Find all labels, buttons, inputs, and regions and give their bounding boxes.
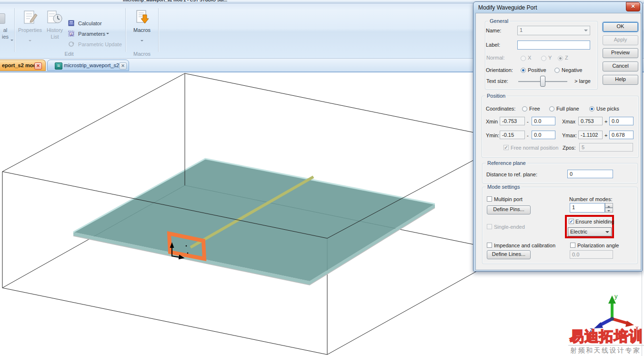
watermark-divider [568, 345, 644, 346]
label-label: Label: [486, 42, 500, 48]
orientation-positive-label: Positive [528, 67, 546, 73]
history-list-button[interactable]: History List [44, 9, 65, 52]
chevron-down-icon [605, 231, 609, 235]
text-size-label: Text size: [486, 78, 508, 84]
ymax-delta-field[interactable]: 0.678 [609, 131, 634, 139]
ribbon-separator [14, 8, 15, 52]
xmin-delta-field[interactable]: 0.0 [532, 117, 555, 125]
shielding-type-combobox[interactable]: Electric [568, 227, 612, 236]
apply-button[interactable]: Apply [603, 35, 638, 45]
define-lines-button[interactable]: Define Lines... [487, 250, 531, 259]
single-ended-checkbox[interactable] [487, 224, 492, 229]
modes-spinner-up[interactable] [605, 203, 613, 208]
cancel-button[interactable]: Cancel [603, 61, 638, 71]
free-normal-position-label: Free normal position [511, 145, 558, 151]
document-waves-icon: ≈ [55, 62, 62, 70]
x-axis-arrow-icon [625, 321, 634, 327]
application-window: microstrip_waveport_s2 mod 2 - CST STUDI… [0, 0, 644, 356]
normal-y-radio[interactable] [541, 56, 546, 61]
polarization-angle-field[interactable]: 0.0 [570, 250, 613, 259]
ymin-field[interactable]: -0.15 [500, 131, 525, 139]
text-size-slider-thumb[interactable] [540, 76, 545, 87]
macros-button[interactable]: Macros [130, 9, 154, 52]
coordinates-free-radio[interactable] [522, 106, 527, 112]
macros-caret-icon [141, 37, 143, 45]
single-ended-label: Single-ended [494, 224, 525, 230]
watermark-logo-text: 易迪拓培训 [570, 327, 644, 346]
history-list-icon [47, 10, 63, 24]
y-axis-label: y [614, 293, 618, 300]
truncated-button-label-1[interactable]: al [0, 27, 10, 33]
coordinates-usepicks-radio[interactable] [589, 106, 594, 112]
reference-plane-legend: Reference plane [486, 160, 527, 166]
minus-sign: - [527, 119, 529, 124]
help-button[interactable]: Help [603, 75, 638, 85]
polarization-angle-checkbox[interactable] [570, 243, 575, 248]
truncated-button-icon[interactable] [0, 13, 5, 24]
parametric-update-button[interactable]: Parametric Update [68, 41, 122, 47]
coordinates-fullplane-radio[interactable] [549, 106, 554, 112]
ok-button[interactable]: OK [603, 22, 638, 32]
plus-sign: + [604, 132, 607, 138]
xmax-delta-field[interactable]: 0.0 [609, 117, 634, 125]
multipin-port-checkbox[interactable] [487, 196, 492, 202]
substrate-plane [73, 159, 435, 285]
parameters-icon: a [68, 31, 74, 37]
watermark-subtitle: 射频和天线设计专家 [570, 346, 641, 355]
ymax-field[interactable]: -1.1102 [578, 131, 603, 139]
svg-text:a: a [70, 32, 72, 36]
ensure-shielding-checkbox[interactable]: ✓ [569, 219, 574, 224]
properties-icon [23, 10, 38, 24]
normal-z-radio[interactable] [558, 56, 563, 61]
number-of-modes-label: Number of modes: [569, 196, 612, 202]
orientation-label: Orientation: [486, 67, 513, 73]
free-normal-position-checkbox[interactable]: ✓ [503, 145, 509, 150]
distance-to-ref-plane-field[interactable]: 0 [567, 170, 613, 178]
normal-x-label: X [528, 55, 531, 61]
distance-to-ref-plane-label: Distance to ref. plane: [486, 172, 537, 177]
number-of-modes-field[interactable]: 1 [570, 203, 605, 213]
normal-y-label: Y [548, 55, 552, 61]
close-icon: ✕ [631, 3, 635, 9]
ymax-label: Ymax: [562, 132, 577, 138]
dialog-close-button[interactable]: ✕ [626, 2, 640, 11]
viewport-right-border [642, 272, 642, 356]
label-input[interactable] [517, 41, 590, 50]
ymin-label: Ymin: [486, 132, 499, 138]
calculator-button[interactable]: Calculator [68, 20, 102, 26]
name-combobox[interactable]: 1 [517, 26, 590, 35]
orientation-negative-radio[interactable] [554, 68, 560, 73]
tab-waveport-s2-mod2[interactable]: eport_s2 mod 2 ✕ [0, 60, 46, 71]
modify-waveguide-port-dialog: Modify Waveguide Port ✕ OK Apply Preview… [473, 1, 643, 272]
impedance-calibration-checkbox[interactable] [487, 243, 492, 248]
zpos-field[interactable]: 5 [579, 143, 633, 152]
modes-spinner-down[interactable] [605, 208, 613, 213]
tab-close-icon[interactable]: ✕ [119, 62, 127, 70]
normal-z-label: Z [565, 55, 568, 61]
plus-sign: + [604, 119, 607, 124]
xmax-field[interactable]: 0.753 [578, 117, 603, 125]
chevron-down-icon [584, 30, 588, 33]
orientation-positive-radio[interactable] [521, 68, 526, 73]
text-size-hint: > large [574, 78, 591, 84]
tab-microstrip-waveport-s2[interactable]: ≈ microstrip_waveport_s2 ✕ [47, 60, 129, 71]
zpos-label: Zpos: [563, 145, 576, 151]
properties-button[interactable]: Properties [17, 9, 43, 52]
mode-settings-legend: Mode settings [486, 184, 521, 190]
parameters-button[interactable]: a Parameters [68, 31, 109, 37]
normal-x-radio[interactable] [521, 56, 526, 61]
xmin-field[interactable]: -0.753 [500, 117, 525, 125]
dialog-title: Modify Waveguide Port [478, 4, 537, 11]
name-label: Name: [486, 28, 501, 33]
multipin-port-label: Multipin port [494, 196, 523, 202]
truncated-button-caret-icon [10, 36, 13, 45]
truncated-button-label-2[interactable]: ies [0, 34, 10, 40]
ribbon-separator [158, 8, 159, 52]
tab-close-icon[interactable]: ✕ [34, 62, 42, 70]
properties-caret-icon [29, 37, 31, 45]
define-pins-button[interactable]: Define Pins... [487, 205, 531, 214]
preview-button[interactable]: Preview [603, 48, 638, 58]
macros-group-label: Macros [128, 51, 156, 57]
ymin-delta-field[interactable]: 0.0 [532, 131, 555, 139]
coordinates-free-label: Free [529, 106, 540, 112]
